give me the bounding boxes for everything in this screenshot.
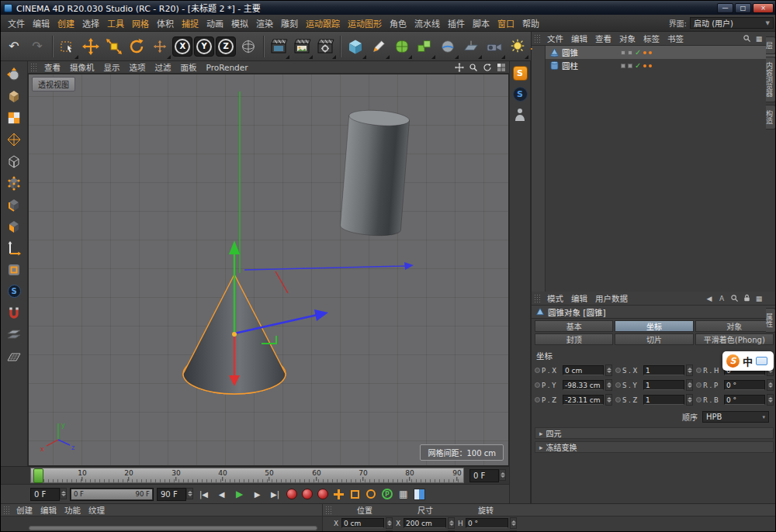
- menubar-item[interactable]: 帮助: [518, 17, 543, 29]
- keyframe-dot-icon[interactable]: [535, 382, 540, 388]
- tab-attributes[interactable]: 属性: [766, 308, 776, 333]
- tweak-mode-button[interactable]: [3, 151, 25, 171]
- group-quaternion[interactable]: ▸ 四元: [535, 427, 774, 439]
- timeline-scrubber[interactable]: [33, 468, 43, 483]
- close-button[interactable]: ×: [753, 3, 774, 13]
- menubar-item[interactable]: 体积: [153, 17, 178, 29]
- keyframe-dot-icon[interactable]: [696, 397, 702, 402]
- rotate-tool-button[interactable]: [126, 33, 149, 60]
- field-input[interactable]: 0 °: [724, 380, 765, 390]
- viewport-solo-button[interactable]: [3, 260, 25, 279]
- tab-caps[interactable]: 封顶: [535, 333, 613, 345]
- menubar-item[interactable]: 编辑: [29, 17, 54, 29]
- material-list[interactable]: [1, 516, 322, 532]
- menubar-item[interactable]: 流水线: [411, 17, 444, 29]
- redo-button[interactable]: ↷: [26, 33, 49, 60]
- tab-content-browser[interactable]: 内容浏览器: [766, 57, 776, 102]
- stepper[interactable]: [605, 364, 612, 376]
- quantize-button[interactable]: [3, 303, 25, 323]
- rotate-view-icon[interactable]: [482, 62, 492, 72]
- menubar-item[interactable]: 运动图形: [344, 17, 386, 29]
- menubar-item[interactable]: 网格: [128, 17, 153, 29]
- stepper[interactable]: [499, 469, 506, 481]
- menubar-item[interactable]: 文件: [4, 17, 29, 29]
- enable-axis-button[interactable]: [3, 238, 25, 257]
- stepper[interactable]: [767, 379, 774, 391]
- add-environment-button[interactable]: [459, 33, 483, 60]
- am-menu-item[interactable]: 模式: [543, 292, 567, 304]
- add-light-button[interactable]: [506, 33, 529, 60]
- viewport-menu-item[interactable]: 显示: [99, 61, 125, 73]
- panel-grip[interactable]: [3, 506, 10, 515]
- add-deformer-button[interactable]: [436, 33, 459, 60]
- viewport-menu-item[interactable]: 选项: [125, 61, 151, 73]
- object-row-cylinder[interactable]: 圆柱 ✓: [546, 59, 776, 72]
- om-menu-item[interactable]: 查看: [591, 33, 615, 44]
- field-input[interactable]: 0 °: [724, 395, 765, 405]
- bodypaint-layout-button[interactable]: S: [513, 87, 528, 102]
- keyframe-dot-icon[interactable]: [615, 368, 621, 373]
- menubar-item[interactable]: 捕捉: [178, 17, 203, 29]
- character-layout-button[interactable]: [514, 108, 526, 124]
- field-input[interactable]: 0 cm: [563, 365, 604, 375]
- menubar-item[interactable]: 动画: [203, 17, 227, 29]
- tab-structure[interactable]: 构造: [766, 105, 776, 130]
- pla-key-toggle[interactable]: ▦: [399, 489, 407, 499]
- play-button[interactable]: ▶: [232, 487, 247, 501]
- field-input[interactable]: -23.11 cm: [563, 395, 604, 405]
- timeline-range-slider[interactable]: 0 F 90 F: [70, 488, 154, 501]
- material-menu-item[interactable]: 创建: [12, 504, 36, 516]
- frame-input[interactable]: 0 F: [469, 469, 499, 482]
- om-menu-item[interactable]: 对象: [615, 33, 639, 44]
- material-menu-item[interactable]: 编辑: [36, 504, 61, 516]
- goto-end-button[interactable]: ▶|: [268, 487, 282, 501]
- next-frame-button[interactable]: ▶: [250, 487, 265, 501]
- keyframe-selection-button[interactable]: [317, 489, 328, 499]
- render-to-picture-viewer-button[interactable]: [290, 33, 314, 60]
- coordinate-input[interactable]: 0 cm: [341, 518, 384, 528]
- menubar-item[interactable]: 选择: [78, 17, 103, 29]
- visibility-dot-icon[interactable]: [643, 51, 646, 54]
- previous-frame-button[interactable]: ◀: [214, 487, 229, 501]
- ime-mode-label[interactable]: 中: [743, 354, 753, 368]
- stepper[interactable]: [686, 364, 693, 376]
- end-frame-input[interactable]: 90 F: [157, 488, 186, 501]
- tab-layers[interactable]: 层: [766, 36, 776, 54]
- live-selection-button[interactable]: [56, 33, 79, 60]
- stepper[interactable]: [386, 517, 393, 529]
- ruler-track[interactable]: [30, 468, 464, 483]
- range-start-label[interactable]: 0 F: [74, 490, 84, 498]
- make-editable-button[interactable]: [3, 64, 25, 84]
- viewport-menu-item[interactable]: 面板: [176, 61, 202, 73]
- om-menu-item[interactable]: 文件: [543, 33, 567, 44]
- render-settings-button[interactable]: [314, 33, 337, 60]
- keyframe-dot-icon[interactable]: [615, 397, 621, 402]
- panel-grip[interactable]: [325, 506, 332, 515]
- enable-snap-button[interactable]: S: [3, 282, 25, 301]
- visibility-dot-icon[interactable]: [649, 64, 652, 67]
- timeline-ruler[interactable]: 10 20 30 40 50 60 70 80 90 0 F: [1, 466, 509, 484]
- stepper[interactable]: [510, 517, 517, 529]
- menubar-item[interactable]: 雕刻: [277, 17, 302, 29]
- coordinate-system-button[interactable]: [237, 33, 260, 60]
- keyframe-dot-icon[interactable]: [696, 368, 702, 373]
- keyframe-dot-icon[interactable]: [696, 382, 702, 388]
- tab-object[interactable]: 对象: [695, 320, 774, 332]
- lock-icon[interactable]: [741, 293, 752, 304]
- stepper[interactable]: [448, 517, 455, 529]
- editor-visibility-toggle[interactable]: [621, 50, 625, 55]
- tab-basic[interactable]: 基本: [535, 320, 613, 332]
- scale-key-toggle[interactable]: [351, 490, 359, 499]
- visibility-dot-icon[interactable]: [649, 51, 652, 54]
- search-icon[interactable]: [729, 293, 740, 304]
- field-input[interactable]: -98.33 cm: [563, 380, 604, 390]
- viewport-menu-item[interactable]: ProRender: [202, 63, 253, 72]
- texture-mode-button[interactable]: [3, 108, 25, 127]
- material-menu-item[interactable]: 功能: [61, 504, 85, 516]
- history-back-icon[interactable]: ◀: [704, 293, 715, 304]
- menubar-item[interactable]: 角色: [386, 17, 411, 29]
- panel-menu-icon[interactable]: ▦: [753, 293, 764, 304]
- stepper[interactable]: [605, 394, 612, 406]
- interface-select[interactable]: 启动 (用户) ▼: [690, 17, 774, 29]
- ime-keyboard-icon[interactable]: [756, 357, 767, 365]
